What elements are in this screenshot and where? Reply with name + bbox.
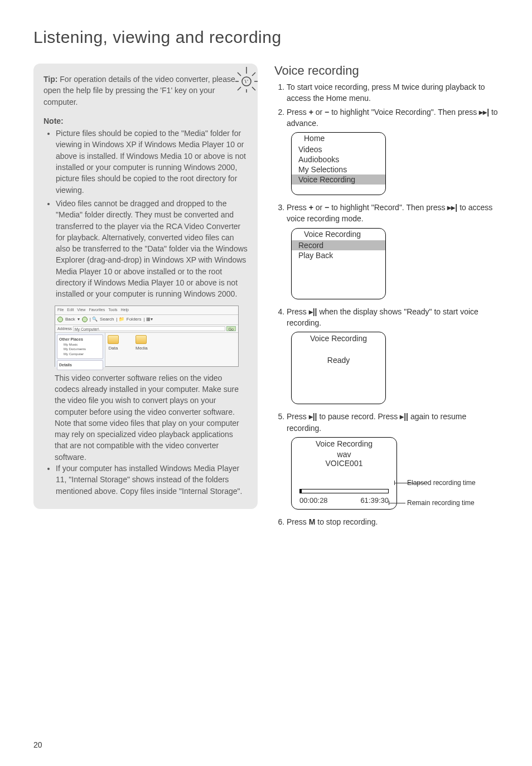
back-icon [57,317,63,322]
note-bullet: If your computer has installed Windows M… [56,463,248,497]
explorer-content: Data Media [105,333,238,367]
note-label: Note: [43,115,248,127]
tip-text: Tip: For operation details of the video … [43,74,248,108]
elapsed-time: 00:00:28 [299,496,328,505]
page-number: 20 [33,740,42,749]
device-screen-record-menu: Voice Recording Record Play Back [291,228,386,299]
format-label: wav [292,450,396,459]
screen-item-selected: Record [292,240,385,250]
tip-box: Tip: For operation details of the video … [33,64,258,509]
svg-line-5 [238,72,241,76]
folder-icon [108,335,119,344]
screen-item: My Selections [292,164,385,174]
step-2: Press + or − to highlight "Voice Recordi… [287,106,499,129]
tip-after-shot: This video converter software relies on … [55,372,248,463]
progress-bar [299,489,389,493]
note-bullet: Video files cannot be dragged and droppe… [56,198,248,300]
sun-icon [231,66,258,93]
screen-header: Voice Recording [292,332,385,345]
svg-line-8 [252,72,255,76]
svg-point-9 [247,80,248,81]
filename-label: VOICE001 [292,459,396,468]
svg-point-0 [242,77,251,86]
screen-item: Audiobooks [292,154,385,164]
explorer-screenshot: FileEditViewFavoritesToolsHelp Back ▾ | … [55,306,239,367]
page-title: Listening, viewing and recording [33,28,499,47]
forward-icon [82,317,88,322]
screen-item: Videos [292,144,385,154]
ready-label: Ready [292,356,385,365]
svg-line-7 [238,87,241,90]
step-1: To start voice recording, press M twice … [287,81,499,104]
device-screen-recording: Voice Recording wav VOICE001 00:00:28 61… [291,437,397,510]
note-bullets-2: If your computer has installed Windows M… [43,463,248,497]
svg-line-6 [252,87,255,90]
screen-header: Voice Recording [292,438,396,450]
annotation-elapsed: Elapsed recording time [407,479,476,487]
folder-data: Data [108,335,119,365]
note-bullets: Picture files should be copied to the "M… [43,128,248,299]
step-6: Press M to stop recording. [287,516,499,527]
device-screen-ready: Voice Recording Ready [291,332,386,404]
remain-time: 61:39:30 [360,496,389,505]
tip-label: Tip: [43,75,57,84]
explorer-address: Address My Computer\ Go [55,325,238,333]
screen-header: Voice Recording [292,229,385,240]
device-screen-home: Home Videos Audiobooks My Selections Voi… [291,132,386,195]
folder-media: Media [136,335,148,365]
voice-steps: To start voice recording, press M twice … [274,81,499,129]
screen-item-selected: Voice Recording [292,174,385,185]
explorer-sidebar: Other Places My Music My Documents My Co… [55,333,105,367]
explorer-toolbar: Back ▾ | 🔍Search | 📁Folders | ▦▾ [55,315,238,325]
step-3: Press + or − to highlight "Record". Then… [287,202,499,225]
explorer-menubar: FileEditViewFavoritesToolsHelp [55,306,238,315]
screen-item: Play Back [292,250,385,260]
step-5: Press ▸|| to pause record. Press ▸|| aga… [287,411,499,434]
step-4: Press ▸|| when the display shows "Ready"… [287,306,499,329]
screen-header: Home [292,133,385,144]
annotation-remain: Remain recording time [407,499,475,507]
note-bullet: Picture files should be copied to the "M… [56,128,248,196]
folder-icon [136,335,147,344]
voice-recording-heading: Voice recording [274,64,499,78]
